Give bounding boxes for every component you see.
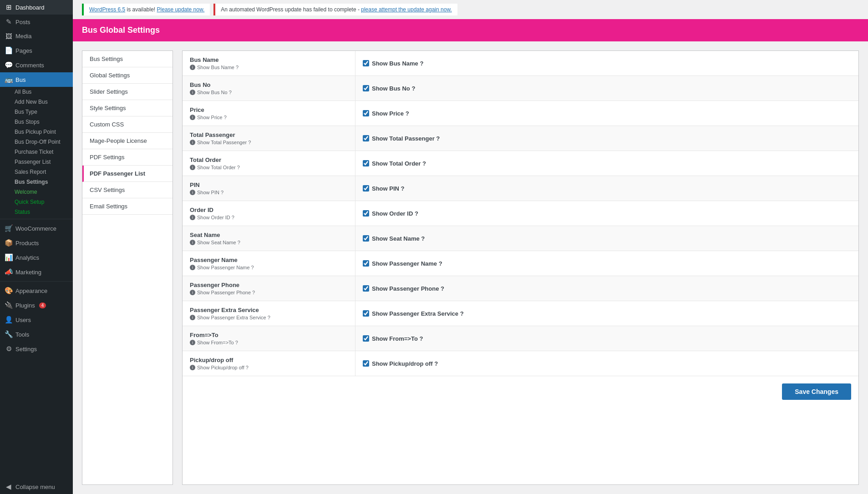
settings-checkbox-label-pin[interactable]: Show PIN ? (363, 185, 405, 192)
sidebar-item-purchase-ticket[interactable]: Purchase Ticket (11, 147, 73, 157)
settings-field-name-order-id: Order ID (190, 207, 348, 213)
settings-checkbox-pickup-dropoff[interactable] (363, 360, 369, 367)
sidebar-item-users[interactable]: 👤 Users (0, 313, 73, 327)
media-icon: 🖼 (5, 32, 13, 40)
settings-checkbox-seat-name[interactable] (363, 235, 369, 242)
plugins-label: Plugins (15, 302, 35, 309)
settings-hint-passenger-name: i Show Passenger Name ? (190, 265, 348, 270)
settings-hint-from-to: i Show From=>To ? (190, 340, 348, 345)
notice-failed-text: An automated WordPress update has failed… (221, 6, 361, 13)
sidebar-item-woocommerce[interactable]: 🛒 WooCommerce (0, 221, 73, 236)
settings-checkbox-label-seat-name[interactable]: Show Seat Name ? (363, 235, 425, 242)
sidebar-item-plugins[interactable]: 🔌 Plugins 4 (0, 298, 73, 313)
settings-checkbox-label-passenger-phone[interactable]: Show Passenger Phone ? (363, 285, 444, 292)
sidebar-item-comments[interactable]: 💬 Comments (0, 58, 73, 72)
settings-checkbox-label-price[interactable]: Show Price ? (363, 110, 409, 117)
sidebar-item-label: Comments (15, 62, 44, 69)
sidebar-item-bus-dropoff[interactable]: Bus Drop-Off Point (11, 137, 73, 147)
woocommerce-label: WooCommerce (15, 225, 56, 232)
settings-field-name-bus-name: Bus Name (190, 56, 348, 63)
sidebar-item-posts[interactable]: ✎ Posts (0, 15, 73, 29)
sidebar-item-label: Pages (15, 47, 32, 54)
settings-hint-bus-no: i Show Bus No ? (190, 90, 348, 95)
sidebar-item-bus-type[interactable]: Bus Type (11, 107, 73, 117)
settings-checkbox-bus-no[interactable] (363, 85, 369, 91)
settings-label-passenger-phone: Passenger Phone i Show Passenger Phone ? (183, 276, 355, 301)
settings-checkbox-pin[interactable] (363, 185, 369, 192)
left-nav-custom-css[interactable]: Custom CSS (82, 116, 173, 133)
settings-checkbox-label-bus-no[interactable]: Show Bus No ? (363, 85, 415, 92)
info-icon-pickup-dropoff: i (190, 365, 195, 370)
sidebar-item-dashboard[interactable]: ⊞ Dashboard (0, 0, 73, 15)
settings-checkbox-order-id[interactable] (363, 210, 369, 217)
sidebar-item-tools[interactable]: 🔧 Tools (0, 327, 73, 342)
left-nav-csv-settings[interactable]: CSV Settings (82, 182, 173, 198)
settings-checkbox-label-from-to[interactable]: Show From=>To ? (363, 335, 423, 342)
settings-rows: Bus Name i Show Bus Name ? Show Bus Name… (183, 51, 858, 376)
left-nav-pdf-passenger-list[interactable]: PDF Passenger List (82, 166, 173, 182)
left-nav-pdf-settings[interactable]: PDF Settings (82, 149, 173, 166)
sidebar-item-all-bus[interactable]: All Bus (11, 87, 73, 97)
settings-checkbox-passenger-phone[interactable] (363, 285, 369, 292)
bus-arrow-icon: ◀ (65, 77, 68, 82)
settings-row-price: Price i Show Price ? Show Price ? (183, 101, 858, 126)
notice-update-link[interactable]: WordPress 6.5 (89, 6, 125, 13)
settings-checkbox-label-pickup-dropoff[interactable]: Show Pickup/drop off ? (363, 360, 438, 367)
users-icon: 👤 (5, 316, 13, 324)
sidebar-item-collapse[interactable]: ◀ Collapse menu (0, 479, 73, 494)
info-icon-seat-name: i (190, 240, 195, 245)
analytics-icon: 📊 (5, 253, 13, 262)
sidebar-item-status[interactable]: Status (11, 207, 73, 217)
left-nav-slider-settings[interactable]: Slider Settings (82, 84, 173, 100)
notice-bar: WordPress 6.5 is available! Please updat… (73, 0, 868, 19)
left-nav-email-settings[interactable]: Email Settings (82, 198, 173, 215)
sidebar-item-bus-settings[interactable]: Bus Settings (11, 177, 73, 187)
settings-checkbox-label-bus-name[interactable]: Show Bus Name ? (363, 60, 423, 67)
settings-field-name-from-to: From=>To (190, 332, 348, 338)
settings-label-pin: PIN i Show PIN ? (183, 176, 355, 201)
left-nav-global-settings[interactable]: Global Settings (82, 67, 173, 84)
settings-hint-order-id: i Show Order ID ? (190, 215, 348, 220)
sidebar-item-passenger-list[interactable]: Passenger List (11, 157, 73, 167)
sidebar-item-analytics[interactable]: 📊 Analytics (0, 250, 73, 265)
left-nav-bus-settings[interactable]: Bus Settings (82, 51, 173, 67)
settings-checkbox-label-passenger-extra-service[interactable]: Show Passenger Extra Service ? (363, 310, 464, 317)
sidebar-item-bus-stops[interactable]: Bus Stops (11, 117, 73, 127)
sidebar-item-welcome[interactable]: Welcome (11, 187, 73, 197)
notice-update-action-link[interactable]: Please update now. (157, 6, 205, 13)
settings-checkbox-price[interactable] (363, 110, 369, 116)
settings-icon: ⚙ (5, 345, 13, 353)
left-nav-magepeople-license[interactable]: Mage-People License (82, 133, 173, 149)
sidebar-item-quick-setup[interactable]: Quick Setup (11, 197, 73, 207)
settings-checkbox-label-total-passenger[interactable]: Show Total Passenger ? (363, 135, 440, 142)
sidebar-item-bus-pickup[interactable]: Bus Pickup Point (11, 127, 73, 137)
settings-field-name-total-order: Total Order (190, 156, 348, 163)
settings-checkbox-label-order-id[interactable]: Show Order ID ? (363, 210, 418, 217)
sidebar-item-label: Dashboard (15, 4, 45, 11)
settings-hint-price: i Show Price ? (190, 115, 348, 120)
settings-checkbox-from-to[interactable] (363, 335, 369, 342)
settings-checkbox-passenger-extra-service[interactable] (363, 310, 369, 317)
save-changes-button[interactable]: Save Changes (782, 383, 851, 400)
sidebar-item-bus[interactable]: 🚌 Bus ◀ (0, 72, 73, 87)
notice-failed-link[interactable]: please attempt the update again now. (361, 6, 452, 13)
sidebar-item-add-new-bus[interactable]: Add New Bus (11, 97, 73, 107)
sidebar-item-settings[interactable]: ⚙ Settings (0, 342, 73, 356)
settings-checkbox-total-passenger[interactable] (363, 135, 369, 141)
settings-checkbox-total-order[interactable] (363, 160, 369, 166)
sidebar-item-marketing[interactable]: 📣 Marketing (0, 265, 73, 279)
sidebar-item-appearance[interactable]: 🎨 Appearance (0, 283, 73, 298)
save-row: Save Changes (183, 376, 858, 407)
settings-label-from-to: From=>To i Show From=>To ? (183, 326, 355, 351)
settings-row-passenger-name: Passenger Name i Show Passenger Name ? S… (183, 251, 858, 276)
sidebar-item-media[interactable]: 🖼 Media (0, 29, 73, 43)
settings-checkbox-passenger-name[interactable] (363, 260, 369, 267)
settings-checkbox-label-passenger-name[interactable]: Show Passenger Name ? (363, 260, 442, 267)
sidebar-item-pages[interactable]: 📄 Pages (0, 43, 73, 58)
settings-checkbox-bus-name[interactable] (363, 60, 369, 66)
left-nav-style-settings[interactable]: Style Settings (82, 100, 173, 116)
settings-checkbox-label-total-order[interactable]: Show Total Order ? (363, 160, 426, 167)
sidebar-item-sales-report[interactable]: Sales Report (11, 167, 73, 177)
bus-pickup-label: Bus Pickup Point (15, 129, 56, 135)
sidebar-item-products[interactable]: 📦 Products (0, 236, 73, 250)
